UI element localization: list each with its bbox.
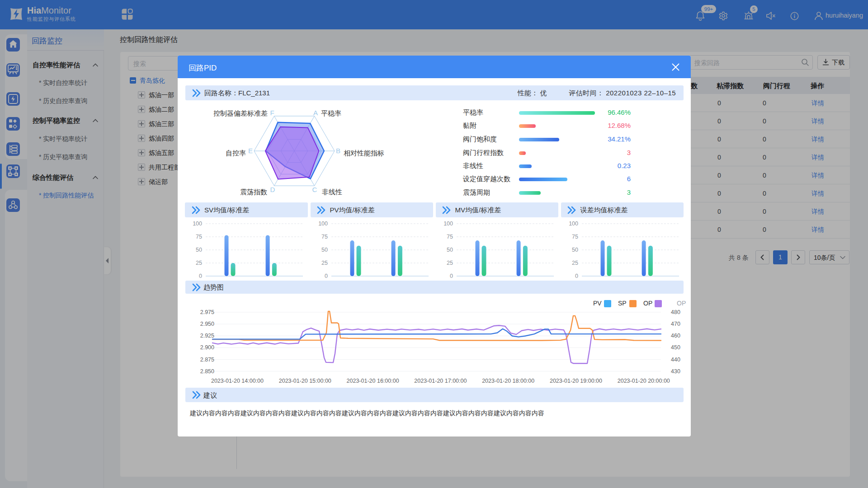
- svg-text:2.900: 2.900: [200, 344, 214, 351]
- svg-text:50: 50: [572, 247, 578, 253]
- svg-text:25: 25: [321, 260, 328, 266]
- svg-text:440: 440: [671, 357, 680, 363]
- svg-text:控制器偏差标准差: 控制器偏差标准差: [213, 109, 268, 117]
- svg-text:2.850: 2.850: [200, 368, 214, 375]
- svg-text:0: 0: [325, 273, 328, 279]
- svg-text:75: 75: [572, 234, 578, 240]
- svg-text:E: E: [248, 147, 253, 155]
- svg-text:460: 460: [671, 333, 680, 339]
- svg-text:0: 0: [450, 273, 453, 279]
- svg-text:50: 50: [196, 247, 202, 253]
- svg-text:C: C: [312, 186, 317, 193]
- svg-text:D: D: [270, 186, 275, 193]
- svg-text:25: 25: [196, 260, 202, 266]
- svg-text:0: 0: [199, 273, 202, 279]
- svg-text:25: 25: [572, 260, 578, 266]
- svg-text:430: 430: [671, 368, 680, 375]
- svg-text:2.875: 2.875: [200, 357, 214, 363]
- svg-text:相对性能指标: 相对性能指标: [344, 149, 384, 157]
- svg-text:100: 100: [193, 221, 202, 227]
- svg-text:100: 100: [318, 221, 328, 227]
- svg-text:0: 0: [575, 273, 578, 279]
- svg-text:A: A: [313, 109, 318, 117]
- svg-text:震荡指数: 震荡指数: [240, 188, 267, 196]
- svg-text:非线性: 非线性: [322, 188, 342, 196]
- svg-text:75: 75: [321, 234, 328, 240]
- svg-text:480: 480: [671, 309, 680, 315]
- svg-text:B: B: [336, 147, 340, 155]
- svg-text:50: 50: [321, 247, 328, 253]
- svg-text:450: 450: [671, 344, 680, 351]
- svg-text:100: 100: [569, 221, 578, 227]
- svg-text:2023-01-20 18:00:00: 2023-01-20 18:00:00: [482, 378, 534, 384]
- svg-text:25: 25: [447, 260, 453, 266]
- svg-text:自控率: 自控率: [226, 149, 246, 157]
- svg-text:100: 100: [443, 221, 453, 227]
- svg-text:2023-01-20 19:00:00: 2023-01-20 19:00:00: [550, 378, 602, 384]
- svg-text:2023-01-20 17:00:00: 2023-01-20 17:00:00: [414, 378, 467, 384]
- svg-text:2023-01-20 16:00:00: 2023-01-20 16:00:00: [347, 378, 399, 384]
- svg-text:F: F: [270, 109, 274, 117]
- svg-text:平稳率: 平稳率: [321, 109, 341, 117]
- svg-text:2.950: 2.950: [200, 321, 214, 327]
- svg-text:2.975: 2.975: [200, 309, 214, 315]
- svg-text:75: 75: [447, 234, 453, 240]
- svg-text:75: 75: [196, 234, 202, 240]
- svg-text:470: 470: [671, 321, 680, 327]
- svg-text:50: 50: [447, 247, 453, 253]
- svg-text:2023-01-20 15:00:00: 2023-01-20 15:00:00: [279, 378, 331, 384]
- svg-text:2023-01-20 20:00:00: 2023-01-20 20:00:00: [618, 378, 670, 384]
- svg-text:2.925: 2.925: [200, 333, 214, 339]
- svg-text:2023-01-20 14:00:00: 2023-01-20 14:00:00: [211, 378, 264, 384]
